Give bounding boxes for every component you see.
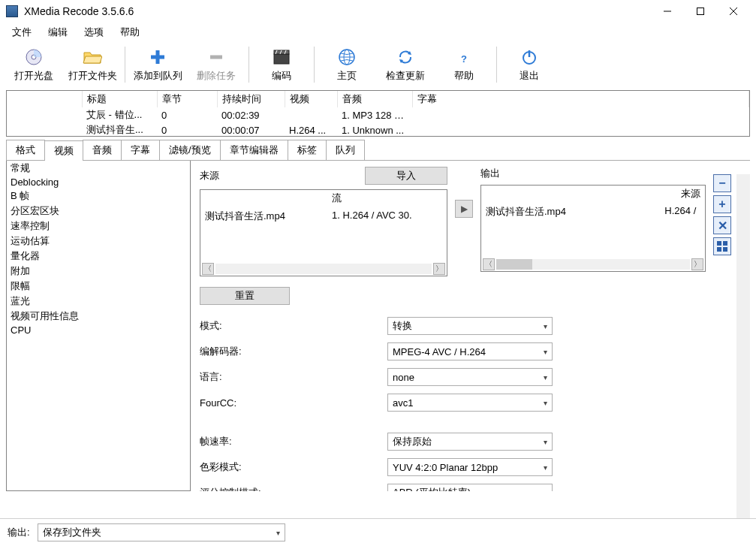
cell-duration: 00:02:39 [217,107,285,122]
menu-file[interactable]: 文件 [5,23,39,41]
nav-ratecontrol[interactable]: 速率控制 [7,219,190,234]
fps-select[interactable]: 保持原始▾ [387,433,553,451]
nav-macroblock[interactable]: 分区宏区块 [7,204,190,219]
source-list[interactable]: 流 测试抖音生活.mp4 1. H.264 / AVC 30. 〈 〉 [200,189,447,276]
scroll-left-icon[interactable]: 〈 [483,258,495,270]
ratecontrol-select[interactable]: ABR (平均比特率)▾ [387,484,553,491]
maximize-button[interactable] [684,1,717,22]
tab-subtitle[interactable]: 字幕 [121,140,160,160]
home-button[interactable]: 主页 [318,44,376,86]
scroll-track[interactable] [215,264,432,274]
src-hscroll[interactable]: 〈 〉 [200,262,447,276]
check-update-button[interactable]: 检查更新 [376,44,435,86]
transfer-button[interactable]: ▶ [455,200,473,218]
encode-button[interactable]: 编码 [252,44,311,86]
clapper-icon [273,47,291,68]
mode-select[interactable]: 转换▾ [387,317,553,335]
open-folder-button[interactable]: 打开文件夹 [63,44,122,86]
chevron-down-icon: ▾ [276,529,280,537]
nav-motion[interactable]: 运动估算 [7,234,190,249]
cell-video [285,107,337,122]
cell-audio: 1. MP3 128 K... [337,107,412,122]
tab-video[interactable]: 视频 [44,140,83,161]
out-src: H.264 / [660,201,705,223]
out-hscroll[interactable]: 〈 〉 [481,258,705,271]
menu-options[interactable]: 选项 [77,23,111,41]
toolbar: 打开光盘 打开文件夹 添加到队列 删除任务 编码 主页 检 [0,42,756,87]
menu-edit[interactable]: 编辑 [41,23,75,41]
output-dest-label: 输出: [8,526,30,539]
table-row[interactable]: 测试抖音生... 0 00:00:07 H.264 ... 1. Unknown… [7,122,749,137]
nav-quantizer[interactable]: 量化器 [7,249,190,264]
ratecontrol-value: ABR (平均比特率) [393,486,471,491]
out-file: 测试抖音生活.mp4 [481,201,660,223]
col-duration[interactable]: 持续时间 [217,91,285,107]
output-list[interactable]: 来源 测试抖音生活.mp4 H.264 / 〈 〉 [480,185,706,272]
window-controls [651,1,750,22]
help-button[interactable]: ? 帮助 [435,44,493,86]
fourcc-label: FourCC: [200,397,387,409]
tab-audio[interactable]: 音频 [83,140,122,160]
chevron-down-icon: ▾ [544,322,547,330]
scroll-right-icon[interactable]: 〉 [433,263,445,275]
tab-format[interactable]: 格式 [6,140,45,160]
nav-bframes[interactable]: B 帧 [7,189,190,204]
exit-button[interactable]: 退出 [500,44,559,86]
nav-deblocking[interactable]: Deblocking [7,176,190,189]
tab-queue[interactable]: 队列 [326,140,365,160]
nav-vui[interactable]: 视频可用性信息 [7,309,190,324]
chevron-down-icon: ▾ [544,438,547,446]
nav-limit[interactable]: 限幅 [7,279,190,294]
col-title[interactable]: 标题 [82,91,157,107]
app-icon [6,5,18,17]
col-video[interactable]: 视频 [285,91,337,107]
chevron-down-icon: ▾ [544,373,547,382]
out-col-source: 来源 [660,186,705,201]
tab-tags[interactable]: 标签 [288,140,327,160]
cell-audio: 1. Unknown ... [337,122,412,137]
reset-button[interactable]: 重置 [200,287,290,305]
grid-output-button[interactable] [713,237,731,255]
scroll-thumb[interactable] [496,259,532,270]
add-queue-button[interactable]: 添加到队列 [128,44,187,86]
table-row[interactable]: 艾辰 - 错位... 0 00:02:39 1. MP3 128 K... [7,107,749,122]
delete-output-button[interactable]: ✕ [713,216,731,234]
nav-extra[interactable]: 附加 [7,264,190,279]
svg-rect-22 [717,241,721,246]
col-subtitle[interactable]: 字幕 [412,91,749,107]
cell-chapter: 0 [157,107,217,122]
output-dest-select[interactable]: 保存到文件夹 ▾ [38,523,285,541]
svg-rect-1 [697,8,704,15]
menu-help[interactable]: 帮助 [113,23,147,41]
language-select[interactable]: none▾ [387,368,553,386]
nav-cpu[interactable]: CPU [7,324,190,336]
right-vscroll[interactable] [736,174,750,520]
codec-select[interactable]: MPEG-4 AVC / H.264▾ [387,342,553,360]
import-button[interactable]: 导入 [365,167,447,185]
output-dest-value: 保存到文件夹 [43,526,101,539]
nav-general[interactable]: 常规 [7,161,190,176]
open-disc-button[interactable]: 打开光盘 [5,44,63,86]
src-stream: 1. H.264 / AVC 30. [327,205,447,228]
delete-task-button[interactable]: 删除任务 [187,44,245,86]
close-button[interactable] [717,1,750,22]
fourcc-value: avc1 [393,397,413,409]
chevron-down-icon: ▾ [544,399,547,407]
col-chapter[interactable]: 章节 [157,91,217,107]
fourcc-select[interactable]: avc1▾ [387,394,553,412]
file-grid[interactable]: 标题 章节 持续时间 视频 音频 字幕 艾辰 - 错位... 0 00:02:3… [6,90,750,137]
add-output-button[interactable]: + [713,195,731,213]
tab-filters[interactable]: 滤镜/预览 [159,140,221,160]
main-area: 常规 Deblocking B 帧 分区宏区块 速率控制 运动估算 量化器 附加… [6,161,750,491]
nav-bluray[interactable]: 蓝光 [7,294,190,309]
colormode-select[interactable]: YUV 4:2:0 Planar 12bpp▾ [387,458,553,476]
scroll-track[interactable] [496,259,690,270]
remove-output-button[interactable]: − [713,174,731,192]
col-thumb[interactable] [7,91,82,107]
video-sidenav[interactable]: 常规 Deblocking B 帧 分区宏区块 速率控制 运动估算 量化器 附加… [6,161,191,491]
col-audio[interactable]: 音频 [337,91,412,107]
scroll-left-icon[interactable]: 〈 [202,263,214,275]
minimize-button[interactable] [651,1,684,22]
scroll-right-icon[interactable]: 〉 [691,258,703,270]
tab-chapters[interactable]: 章节编辑器 [220,140,288,160]
